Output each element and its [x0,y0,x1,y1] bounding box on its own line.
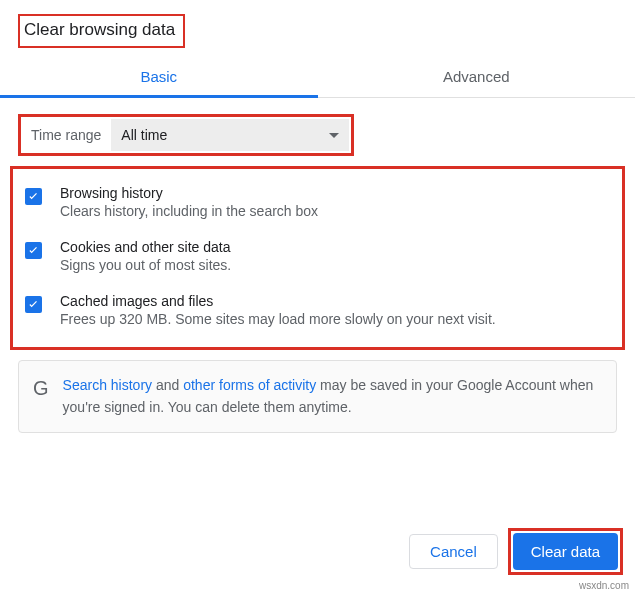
link-other-activity[interactable]: other forms of activity [183,377,316,393]
google-icon: G [33,377,49,400]
link-search-history[interactable]: Search history [63,377,152,393]
time-range-label: Time range [23,119,111,151]
check-icon [26,189,41,204]
tabs: Basic Advanced [0,58,635,98]
option-title: Cached images and files [60,293,610,309]
option-desc: Frees up 320 MB. Some sites may load mor… [60,311,610,327]
clear-button-highlight: Clear data [508,528,623,575]
options-highlight: Browsing history Clears history, includi… [10,166,625,350]
google-account-info: G Search history and other forms of acti… [18,360,617,433]
option-cache: Cached images and files Frees up 320 MB.… [19,283,616,337]
checkbox-cookies[interactable] [25,242,42,259]
option-title: Browsing history [60,185,610,201]
checkbox-browsing-history[interactable] [25,188,42,205]
option-desc: Signs you out of most sites. [60,257,610,273]
option-desc: Clears history, including in the search … [60,203,610,219]
dialog-actions: Cancel Clear data [409,528,623,575]
dialog-title-highlight: Clear browsing data [18,14,185,48]
option-cookies: Cookies and other site data Signs you ou… [19,229,616,283]
time-range-highlight: Time range All time [18,114,354,156]
check-icon [26,297,41,312]
tab-advanced[interactable]: Advanced [318,58,636,97]
cancel-button[interactable]: Cancel [409,534,498,569]
time-range-select[interactable]: All time [111,119,349,151]
dialog-title: Clear browsing data [24,20,175,40]
check-icon [26,243,41,258]
option-browsing-history: Browsing history Clears history, includi… [19,175,616,229]
tab-basic[interactable]: Basic [0,58,318,97]
clear-browsing-data-dialog: Clear browsing data Basic Advanced Time … [0,0,635,433]
chevron-down-icon [329,133,339,138]
watermark: wsxdn.com [579,580,629,591]
clear-data-button[interactable]: Clear data [513,533,618,570]
time-range-value: All time [121,127,329,143]
option-title: Cookies and other site data [60,239,610,255]
checkbox-cache[interactable] [25,296,42,313]
info-text: Search history and other forms of activi… [63,375,602,418]
